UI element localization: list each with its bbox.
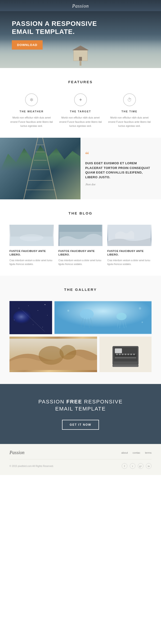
email-header: Passion (0, 0, 161, 11)
jellyfish-svg (54, 301, 152, 334)
svg-point-17 (28, 306, 29, 306)
gallery-image-4[interactable] (99, 336, 152, 372)
footer-nav-about[interactable]: about (122, 451, 128, 454)
footer-nav: about contac terms (122, 451, 152, 454)
gallery-top-row (9, 301, 152, 334)
footer: Passion about contac terms © 2015 pixelb… (0, 444, 161, 475)
svg-point-34 (59, 345, 76, 360)
feature-weather: ❄ THE WEATHER Morbi non efficitur nibh d… (9, 94, 54, 128)
blog-post-1-desc: Cras interdum vestum a dolor amet tursu … (9, 258, 54, 266)
svg-rect-48 (113, 364, 139, 367)
hero-download-button[interactable]: DOWNLOAD (12, 40, 43, 50)
cta-title: PASSION FREE RESPONSIVEEMAIL TEMPLATE (9, 398, 152, 413)
footer-bottom: © 2015 pixelbird.com All Rights Reserved… (9, 463, 152, 473)
gallery-image-3[interactable] (9, 336, 97, 372)
blog-image-1 (9, 225, 54, 246)
svg-point-10 (20, 234, 43, 241)
svg-point-28 (117, 313, 127, 320)
svg-rect-44 (125, 354, 127, 355)
svg-point-15 (13, 309, 37, 326)
svg-point-21 (14, 320, 14, 320)
blog-post-3[interactable]: FUSTCE FAUCIBUSY ANTE LIBERO. Cras inter… (107, 225, 152, 266)
blog-img-svg-1 (9, 225, 54, 246)
googleplus-icon[interactable]: g+ (138, 463, 144, 469)
features-title: FEATURES (9, 80, 152, 84)
email-wrapper: Passion PASSION A RESPONSIVE EMAIL TEMPL… (0, 0, 161, 644)
footer-nav-contact[interactable]: contac (133, 451, 140, 454)
footer-nav-terms[interactable]: terms (145, 451, 152, 454)
svg-rect-47 (133, 354, 135, 355)
linkedin-icon[interactable]: in (146, 463, 152, 469)
svg-point-18 (38, 310, 38, 311)
hero-title: PASSION A RESPONSIVE EMAIL TEMPLATE. (12, 20, 97, 36)
feature-target-name: THE TARGET (58, 110, 103, 113)
cta-section: PASSION FREE RESPONSIVEEMAIL TEMPLATE GE… (0, 384, 161, 444)
time-icon: ⏱ (123, 94, 136, 106)
feature-weather-desc: Morbi non efficitur nibh duis amet eroes… (9, 116, 54, 128)
weather-icon: ❄ (25, 94, 38, 106)
footer-top: Passion about contac terms (9, 450, 152, 459)
blog-post-2-desc: Cras interdum vestum a dolor amet tursu … (58, 258, 103, 266)
header-logo: Passion (72, 3, 89, 8)
gallery-title: THE GALLERY (9, 288, 152, 292)
quote-author: Jhon doe (85, 183, 154, 186)
svg-rect-38 (115, 348, 122, 353)
quote-content: “ DUIS EGET EUISMOD ET LOREM PLACERAT TO… (80, 138, 161, 199)
blog-post-3-desc: Cras interdum vestum a dolor amet tursu … (107, 258, 152, 266)
blog-image-2 (58, 225, 103, 246)
quote-section: “ DUIS EGET EUISMOD ET LOREM PLACERAT TO… (0, 138, 161, 199)
gallery-bottom-row (9, 336, 152, 372)
quote-mark: “ (85, 150, 154, 159)
gallery-image-2[interactable] (54, 301, 152, 334)
target-icon: ✦ (74, 94, 87, 106)
gallery-image-1[interactable] (9, 301, 52, 334)
feature-target: ✦ THE TARGET Morbi non efficitur nibh du… (58, 94, 103, 128)
hero-section: PASSION A RESPONSIVE EMAIL TEMPLATE. DOW… (0, 11, 161, 68)
gallery-section: THE GALLERY (0, 276, 161, 384)
feature-target-desc: Morbi non efficitur nibh duis amet eroes… (58, 116, 103, 128)
svg-point-20 (47, 315, 48, 316)
feature-weather-name: THE WEATHER (9, 110, 54, 113)
cta-title-bold: FREE (66, 399, 82, 404)
features-grid: ❄ THE WEATHER Morbi non efficitur nibh d… (9, 94, 152, 128)
galaxy-svg (9, 301, 52, 334)
twitter-icon[interactable]: t (130, 463, 136, 469)
hero-house-illustration (71, 49, 90, 66)
svg-rect-41 (116, 354, 118, 355)
svg-rect-43 (122, 354, 124, 355)
blog-title: THE BLOG (9, 211, 152, 215)
blog-image-3 (107, 225, 152, 246)
footer-copyright: © 2015 pixelbird.com All Rights Reserved… (9, 465, 54, 468)
house-pier (80, 61, 81, 66)
svg-point-16 (19, 308, 19, 308)
svg-rect-46 (130, 354, 132, 355)
tracks-svg (0, 138, 80, 199)
blog-img-svg-2 (58, 225, 103, 246)
feature-time-desc: Morbi non efficitur nibh duis amet eroes… (107, 116, 152, 128)
svg-rect-42 (119, 354, 121, 355)
facebook-icon[interactable]: f (122, 463, 127, 469)
blog-post-3-title: FUSTCE FAUCIBUSY ANTE LIBERO. (107, 249, 152, 257)
svg-point-30 (139, 307, 141, 310)
blog-post-1-title: FUSTCE FAUCIBUSY ANTE LIBERO. (9, 249, 54, 257)
footer-social: f t g+ in (122, 463, 152, 469)
blog-post-2[interactable]: FUSTCE FAUCIBUSY ANTE LIBERO. Cras inter… (58, 225, 103, 266)
blog-grid: FUSTCE FAUCIBUSY ANTE LIBERO. Cras inter… (9, 225, 152, 266)
hero-content: PASSION A RESPONSIVE EMAIL TEMPLATE. DOW… (12, 20, 97, 50)
svg-point-22 (33, 324, 33, 325)
feature-time: ⏱ THE TIME Morbi non efficitur nibh duis… (107, 94, 152, 128)
feature-time-name: THE TIME (107, 110, 152, 113)
svg-rect-40 (115, 357, 136, 358)
quote-image (0, 138, 80, 199)
svg-rect-45 (127, 354, 129, 355)
typewriter-svg (99, 336, 152, 372)
cta-title-part1: PASSION (38, 399, 66, 404)
svg-rect-26 (54, 301, 152, 334)
blog-section: THE BLOG FUSTCE FAUCIBUSY ANTE LIBERO. C… (0, 199, 161, 276)
quote-text: DUIS EGET EUISMOD ET LOREM PLACERAT TORT… (85, 161, 154, 180)
cta-get-it-now-button[interactable]: GET IT NOW (62, 420, 99, 430)
svg-point-33 (39, 346, 64, 364)
svg-point-19 (45, 304, 45, 305)
footer-logo: Passion (9, 450, 24, 455)
blog-post-1[interactable]: FUSTCE FAUCIBUSY ANTE LIBERO. Cras inter… (9, 225, 54, 266)
